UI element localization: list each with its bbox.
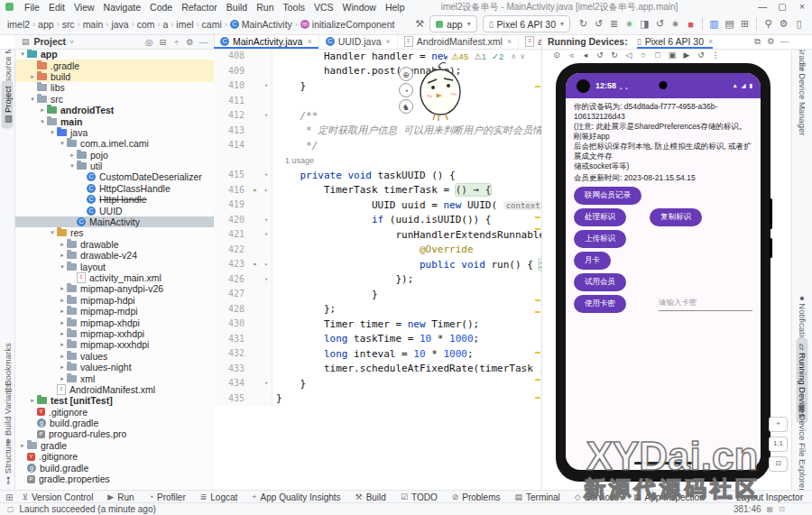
breadcrumb-imel[interactable]: imel xyxy=(176,19,193,30)
code-line-412[interactable]: 412▾ /** xyxy=(214,108,541,124)
apply-code-changes-icon[interactable]: ↺ xyxy=(591,18,606,30)
tree-item-main[interactable]: ▾main xyxy=(14,115,214,126)
rerun-icon[interactable]: ↺ xyxy=(652,18,668,30)
code-line-415[interactable]: 415▾ private void taskUUID () { xyxy=(214,168,541,183)
code-line-432[interactable]: 432 long inteval = 10 * 1000; xyxy=(214,346,541,362)
tool-window-todo[interactable]: ☑TODO xyxy=(401,492,438,502)
overview-icon[interactable]: □ xyxy=(651,51,665,60)
tool-stripe-build-variants[interactable]: ≔ Build Variants xyxy=(3,383,13,446)
tree-item-pojo[interactable]: ▸pojo xyxy=(14,150,214,161)
device-mirror-icon[interactable]: ▥ xyxy=(706,18,722,30)
menu-view[interactable]: View xyxy=(69,2,99,13)
menu-file[interactable]: File xyxy=(20,2,44,13)
device-pair-icon[interactable]: ▤ xyxy=(722,18,737,30)
gutter-run-icon[interactable]: ▸ xyxy=(250,257,261,272)
tree-item-mipmap-hdpi[interactable]: ▸mipmap-hdpi xyxy=(14,295,214,306)
code-line-421[interactable]: 421▾ runHandlerExtendsRunnable(new R xyxy=(214,227,541,243)
tree-item-res[interactable]: ▾res xyxy=(14,227,214,238)
rotate-left-icon[interactable]: ↺ xyxy=(593,51,607,60)
expand-icon[interactable]: ÷ xyxy=(170,37,183,47)
tree-chevron[interactable]: ▸ xyxy=(58,252,67,259)
tree-item-mainactivity[interactable]: CMainActivity xyxy=(14,216,214,227)
tool-stripe-device-manager[interactable]: ▭ Device Manager xyxy=(798,63,807,136)
tool-window-version-control[interactable]: ⊻Version Control xyxy=(22,492,93,502)
apply-changes-icon[interactable]: ↻ xyxy=(576,18,591,30)
caret-position[interactable]: 381:46 xyxy=(734,504,761,514)
tree-item-uuid[interactable]: CUUID xyxy=(14,205,214,216)
maximize-button[interactable]: ▢ xyxy=(772,2,792,12)
code-editor[interactable]: 408 Handler handler = new Handler();409 … xyxy=(214,49,541,491)
locate-file-icon[interactable]: ◎ xyxy=(143,37,156,47)
tool-window-app-quality-insights[interactable]: +App Quality Insights xyxy=(252,492,340,502)
use-card-key-button[interactable]: 使用卡密 xyxy=(574,295,626,313)
fold-marker-icon[interactable]: ▾ xyxy=(261,376,272,391)
tool-window-run[interactable]: ▶Run xyxy=(107,492,134,502)
breadcrumb-a[interactable]: a xyxy=(163,19,169,30)
tree-chevron[interactable]: ▸ xyxy=(58,285,67,292)
tree-chevron[interactable]: ▸ xyxy=(58,241,67,248)
settings-icon[interactable]: ⚙ xyxy=(776,18,791,30)
float-panel-icon[interactable]: ⧉ xyxy=(751,36,764,47)
tree-chevron[interactable]: ▾ xyxy=(38,118,47,125)
card-key-input[interactable]: 请输入卡密 xyxy=(659,298,752,311)
upload-id-button[interactable]: 上传标识 xyxy=(574,230,626,248)
fold-marker-icon[interactable]: ▾ xyxy=(261,108,272,124)
breadcrumb-src[interactable]: src xyxy=(62,19,75,30)
menu-refactor[interactable]: Refactor xyxy=(177,2,222,13)
menu-edit[interactable]: Edit xyxy=(44,2,69,13)
breadcrumb-main[interactable]: main xyxy=(83,19,104,30)
phone-screen[interactable]: 12:58 ▪▪ ▲ ◢ ▮ 你的设备码为: d54d8ada-f777-495… xyxy=(566,73,761,470)
tab-androidmanifest-xml[interactable]: ≡AndroidManifest.xml× xyxy=(398,34,519,49)
tool-window-profiler[interactable]: ◔Profiler xyxy=(149,492,186,502)
code-line-431[interactable]: 431 long taskTime = 10 * 1000; xyxy=(214,332,541,347)
debug-icon[interactable]: ∗ xyxy=(622,18,637,30)
menu-navigate[interactable]: Navigate xyxy=(99,2,145,13)
tree-chevron[interactable]: ▸ xyxy=(58,353,67,360)
fold-marker-icon[interactable]: ▸ xyxy=(261,257,272,272)
close-icon[interactable]: × xyxy=(307,37,311,46)
breadcrumb-mainactivity[interactable]: MainActivity xyxy=(242,19,292,30)
tree-item-activity-main-xml[interactable]: ≡activity_main.xml xyxy=(14,272,214,283)
next-problem-icon[interactable]: ∨ xyxy=(520,52,525,60)
menu-window[interactable]: Window xyxy=(338,2,381,13)
breadcrumb-imel2[interactable]: imel2 xyxy=(7,19,30,30)
power-icon[interactable]: ⊙ xyxy=(549,51,564,60)
zoom-fit-button[interactable]: ⊡ xyxy=(769,456,788,472)
tree-item-build-gradle[interactable]: gbuild.gradle xyxy=(14,462,214,473)
menu-vcs[interactable]: VCS xyxy=(309,2,338,13)
code-line-430[interactable]: 430 Timer timer = new Timer(); xyxy=(214,317,541,332)
close-icon[interactable]: × xyxy=(708,37,713,46)
fold-marker-icon[interactable]: ▸ xyxy=(261,183,272,198)
tree-item-values-night[interactable]: ▸values-night xyxy=(14,362,214,372)
tool-window-logcat[interactable]: ≣Logcat xyxy=(200,492,238,502)
inspection-widget[interactable]: ⚠45 ⚠1 ✓2 ∧ ∨ xyxy=(448,51,531,62)
tree-chevron[interactable]: ▸ xyxy=(58,308,67,315)
tree-item-app[interactable]: ▾app xyxy=(14,49,214,60)
tool-window-build[interactable]: ⚒Build xyxy=(355,492,386,502)
month-card-button[interactable]: 月卡 xyxy=(574,252,611,270)
device-select[interactable]: ▯ Pixel 6 API 30 ▾ xyxy=(483,15,570,32)
breadcrumb-com[interactable]: com xyxy=(137,19,155,30)
code-line-420[interactable]: 420▾ if (uuid.isUUID()) { xyxy=(214,213,541,228)
tree-chevron[interactable]: ▸ xyxy=(58,330,67,337)
volume-down-icon[interactable]: ◃ xyxy=(564,51,578,60)
tool-stripe-device-file-explorer[interactable]: ▣ Device File Explorer xyxy=(798,404,807,492)
tool-window-problems[interactable]: ⊘Problems xyxy=(452,492,501,502)
tree-item-xml[interactable]: ▸xml xyxy=(14,372,214,383)
search-everywhere-icon[interactable]: ⚲ xyxy=(761,18,776,30)
back-icon[interactable]: ◁ xyxy=(622,51,636,60)
tree-item-drawable-v24[interactable]: ▸drawable-v24 xyxy=(14,250,214,261)
tree-item-mipmap-mdpi[interactable]: ▸mipmap-mdpi xyxy=(14,306,214,317)
hide-panel-icon[interactable]: — xyxy=(778,36,791,47)
fold-marker-icon[interactable]: ▾ xyxy=(261,213,272,228)
tab-mainactivity-java[interactable]: CMainActivity.java× xyxy=(214,34,319,49)
close-button[interactable]: × xyxy=(792,2,812,12)
code-line-427[interactable]: 427 } xyxy=(214,287,541,302)
chevron-down-icon[interactable]: ˅ xyxy=(69,38,74,46)
code-line-422[interactable]: 422 @Override xyxy=(214,243,541,258)
tool-window-app-inspection[interactable]: ▦App Inspection xyxy=(633,492,705,502)
sdk-manager-icon[interactable]: ⊞ xyxy=(737,18,752,30)
tree-item-mipmap-xxxhdpi[interactable]: ▸mipmap-xxxhdpi xyxy=(14,339,214,350)
tree-chevron[interactable]: ▾ xyxy=(28,96,37,103)
tree-chevron[interactable]: ▸ xyxy=(28,397,37,404)
